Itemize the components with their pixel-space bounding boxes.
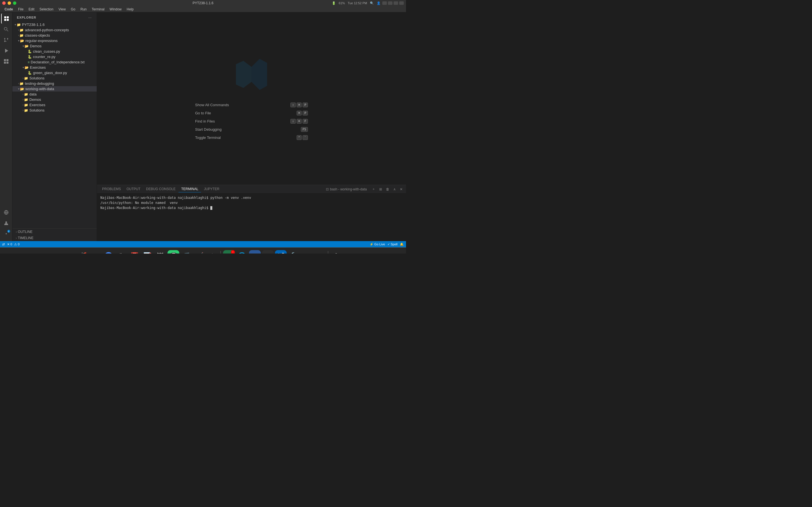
spell-status[interactable]: ✓ Spell [388, 242, 398, 246]
bell-icon: 🔔 [400, 242, 404, 246]
sidebar-item-testing-debugging[interactable]: › 📁 testing-debugging [12, 81, 97, 86]
svg-point-16 [6, 233, 7, 234]
svg-line-5 [7, 30, 8, 31]
main-layout: 1 EXPLORER ··· ▾ 📁 PYT238-1.1.6 › 📁 adva… [0, 12, 406, 241]
activity-search[interactable] [1, 24, 11, 34]
activity-extensions[interactable] [1, 56, 11, 66]
kill-terminal-button[interactable]: 🗑 [385, 187, 391, 192]
sidebar-item-exercises[interactable]: ▾ 📂 Exercises [12, 65, 97, 70]
layout-btn-4[interactable] [399, 1, 404, 5]
terminal-content[interactable]: Najibas-MacBook-Air:working-with-data na… [97, 193, 406, 241]
sidebar-header: EXPLORER ··· [12, 12, 97, 21]
menu-go[interactable]: Go [68, 7, 78, 12]
error-count: 0 [10, 242, 12, 246]
sidebar-item-demos2[interactable]: › 📁 Demos [12, 97, 97, 102]
errors-status[interactable]: ✕ 0 ⚠ 0 [7, 242, 19, 246]
tab-terminal[interactable]: TERMINAL [179, 186, 201, 192]
menu-edit[interactable]: Edit [26, 7, 37, 12]
dock-maps[interactable]: 🗺 [116, 250, 128, 254]
traffic-light-fullscreen[interactable] [13, 1, 16, 5]
sidebar-item-clean-cusses[interactable]: 🐍 clean_cusses.py [12, 49, 97, 54]
go-live-button[interactable]: ⚡ Go Live [370, 242, 385, 246]
panel-close-button[interactable]: ✕ [399, 187, 404, 192]
dock-calendar[interactable]: 📅 [129, 250, 140, 254]
sidebar-item-working-with-data[interactable]: ▾ 📂 working-with-data [12, 86, 97, 92]
dock-chrome[interactable] [103, 250, 114, 254]
dock-finder2[interactable]: 🗃 [301, 250, 313, 254]
python-file-icon: 🐍 [28, 50, 32, 54]
menu-view[interactable]: View [56, 7, 68, 12]
dock-terminal[interactable]: >_ [262, 250, 274, 254]
activity-account[interactable] [1, 218, 11, 228]
dock-photos[interactable]: 🖼 [154, 250, 166, 254]
traffic-light-minimize[interactable] [8, 1, 11, 5]
dock-preview[interactable]: 👁 [314, 250, 326, 254]
dock-appstore[interactable]: 🛒 [193, 250, 205, 254]
dock-xcode[interactable]: 🔨 [288, 250, 300, 254]
dock-music[interactable]: 🎵 [181, 250, 192, 254]
terminal-line-3: Najibas-MacBook-Air:working-with-data na… [100, 205, 403, 210]
sidebar-more-button[interactable]: ··· [88, 15, 92, 20]
editor-area: Show All Commands ⇧ ⌘ P Go to File ⌘ P [97, 12, 406, 241]
dock-messages[interactable]: 💬 [167, 250, 179, 254]
sidebar-item-data[interactable]: › 📁 data [12, 92, 97, 97]
search-icon[interactable]: 🔍 [370, 1, 374, 5]
dock-finder[interactable]: 🗂 [64, 250, 75, 254]
text-file-icon: ≡ [28, 60, 30, 64]
activity-explorer[interactable] [1, 13, 11, 24]
notification-bell[interactable]: 🔔 [400, 242, 404, 246]
activity-source-control[interactable] [1, 35, 11, 45]
tree-item-label: testing-debugging [25, 81, 54, 86]
sidebar-item-green-glass[interactable]: 🐍 green_glass_door.py [12, 70, 97, 75]
add-terminal-button[interactable]: ＋ [371, 186, 376, 192]
panel-maximize-button[interactable]: ∧ [392, 187, 397, 192]
sidebar-item-declaration[interactable]: ≡ Declaration_of_Independence.txt [12, 59, 97, 65]
layout-btn-2[interactable] [388, 1, 393, 5]
key-shift: ⇧ [290, 119, 296, 124]
tab-debug-console[interactable]: DEBUG CONSOLE [143, 186, 179, 192]
sidebar-actions: ··· [88, 15, 92, 20]
folder-icon: 📁 [24, 103, 28, 107]
tree-root[interactable]: ▾ 📁 PYT238-1.1.6 [12, 22, 97, 27]
menu-terminal[interactable]: Terminal [89, 7, 107, 12]
split-terminal-button[interactable]: ⊞ [378, 187, 383, 192]
sidebar-item-solutions[interactable]: › 📁 Solutions [12, 75, 97, 81]
remote-status[interactable]: ⇄ [2, 242, 5, 246]
menu-code[interactable]: Code [2, 7, 15, 12]
sidebar-item-demos[interactable]: ▾ 📂 Demos [12, 43, 97, 49]
activity-settings[interactable]: 1 [1, 229, 11, 239]
traffic-light-close[interactable] [2, 1, 6, 5]
dock-translator[interactable]: 🌐 [236, 250, 248, 254]
sidebar-item-counter-re[interactable]: 🐍 counter_re.py [12, 54, 97, 59]
menu-selection[interactable]: Selection [37, 7, 56, 12]
menu-file[interactable]: File [16, 7, 26, 12]
layout-btn-1[interactable] [382, 1, 387, 5]
dock-siri[interactable]: 🎙 [90, 250, 101, 254]
sidebar-item-advanced-python[interactable]: › 📁 advanced-python-concepts [12, 27, 97, 33]
key-f: F [303, 119, 308, 124]
sidebar-item-exercises2[interactable]: › 📁 Exercises [12, 102, 97, 108]
dock-word[interactable]: W [249, 250, 261, 254]
activity-debug[interactable] [1, 46, 11, 56]
sidebar-timeline[interactable]: › TIMELINE [12, 235, 97, 241]
dock-notes[interactable]: 📝 [142, 250, 153, 254]
dock-launchpad[interactable]: 🚀 [77, 250, 89, 254]
menu-window[interactable]: Window [107, 7, 124, 12]
menubar: Code File Edit Selection View Go Run Ter… [0, 6, 406, 12]
dock-trash[interactable]: 🗑 [331, 250, 342, 254]
dock-excel[interactable]: X ! [223, 250, 235, 254]
tab-output[interactable]: OUTPUT [124, 186, 143, 192]
tab-jupyter[interactable]: JUPYTER [201, 186, 222, 192]
dock-settings[interactable]: ⚙ [206, 250, 218, 254]
layout-btn-3[interactable] [394, 1, 398, 5]
go-live-icon: ⚡ [370, 242, 373, 246]
tab-problems[interactable]: PROBLEMS [99, 186, 124, 192]
sidebar-outline[interactable]: › OUTLINE [12, 229, 97, 235]
dock-vscode[interactable] [275, 250, 287, 254]
menu-help[interactable]: Help [124, 7, 136, 12]
activity-remote[interactable] [1, 207, 11, 217]
menu-run[interactable]: Run [78, 7, 89, 12]
sidebar-item-solutions2[interactable]: › 📁 Solutions [12, 108, 97, 113]
sidebar-item-regular-expressions[interactable]: ▾ 📂 regular-expressions [12, 38, 97, 43]
sidebar-item-classes-objects[interactable]: › 📁 classes-objects [12, 33, 97, 38]
